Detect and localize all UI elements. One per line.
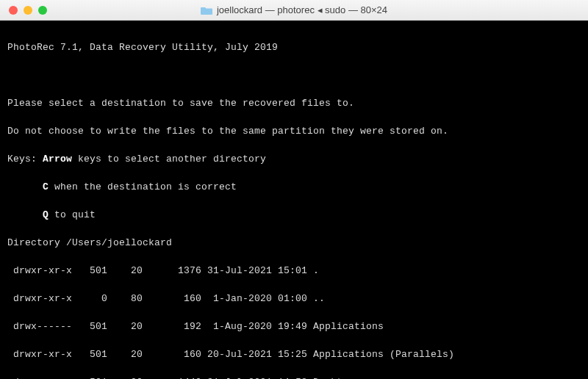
list-item[interactable]: drwxr-xr-x 501 20 160 20-Jul-2021 15:25 … — [7, 347, 581, 361]
instruction-line: Do not choose to write the files to the … — [7, 124, 581, 138]
window-titlebar: joellockard — photorec ◂ sudo — 80×24 — [0, 0, 588, 21]
keys-rest: when the destination is correct — [49, 181, 237, 192]
directory-path: Directory /Users/joellockard — [7, 236, 581, 250]
close-icon[interactable] — [9, 6, 18, 15]
keys-line: Q to quit — [7, 208, 581, 222]
minimize-icon[interactable] — [24, 6, 32, 15]
keys-q: Q — [43, 209, 49, 220]
list-item[interactable]: drwxr-xr-x 501 20 1376 31-Jul-2021 15:01… — [7, 264, 581, 278]
keys-line: Keys: Arrow keys to select another direc… — [7, 152, 581, 166]
pad — [7, 209, 43, 220]
keys-arrow: Arrow — [43, 154, 72, 165]
pad — [7, 181, 43, 192]
app-header: PhotoRec 7.1, Data Recovery Utility, Jul… — [7, 40, 581, 54]
folder-icon — [201, 6, 212, 15]
traffic-lights — [9, 6, 47, 15]
keys-label: Keys: — [7, 154, 43, 165]
blank — [7, 68, 581, 82]
window-title-text: joellockard — photorec ◂ sudo — 80×24 — [217, 4, 387, 15]
keys-rest: to quit — [49, 209, 96, 220]
instruction-line: Please select a destination to save the … — [7, 96, 581, 110]
list-item[interactable]: drwx------ 501 20 192 1-Aug-2020 19:49 A… — [7, 320, 581, 333]
window-title: joellockard — photorec ◂ sudo — 80×24 — [0, 4, 588, 15]
keys-rest: keys to select another directory — [72, 154, 266, 165]
list-item[interactable]: drwxr-xr-x 0 80 160 1-Jan-2020 01:00 .. — [7, 292, 581, 306]
keys-c: C — [43, 181, 49, 192]
list-item[interactable]: drwx------ 501 20 1440 31-Jul-2021 14:58… — [7, 375, 581, 379]
maximize-icon[interactable] — [38, 6, 47, 15]
terminal-body[interactable]: PhotoRec 7.1, Data Recovery Utility, Jul… — [0, 21, 588, 379]
keys-line: C when the destination is correct — [7, 180, 581, 194]
